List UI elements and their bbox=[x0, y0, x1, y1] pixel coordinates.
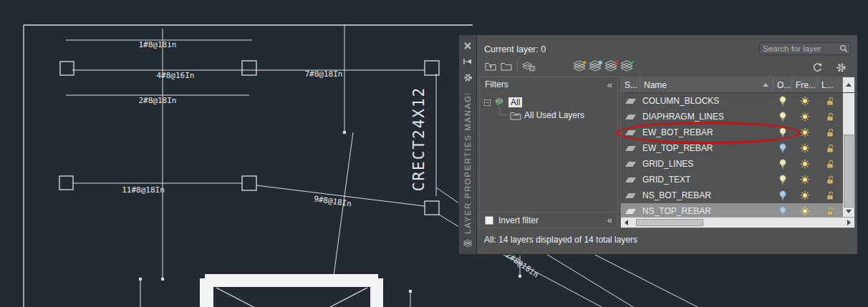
layer-row[interactable]: GRID_LINES bbox=[621, 156, 854, 172]
layer-row[interactable]: DIAPHRAGM_LINES bbox=[621, 109, 854, 125]
layer-row[interactable]: COLUMN_BLOCKS bbox=[621, 93, 854, 109]
layer-name[interactable]: NS_TOP_REBAR bbox=[640, 203, 773, 217]
layer-freeze-sun-icon[interactable] bbox=[792, 156, 818, 172]
layer-row[interactable]: EW_BOT_REBAR bbox=[621, 125, 854, 140]
layer-freeze-sun-icon[interactable] bbox=[792, 140, 818, 156]
layer-on-bulb-icon[interactable] bbox=[773, 125, 792, 140]
layer-lock-icon[interactable] bbox=[818, 93, 843, 109]
layer-name[interactable]: EW_TOP_REBAR bbox=[640, 140, 773, 156]
layer-row[interactable]: EW_TOP_REBAR bbox=[621, 140, 854, 156]
collapse-filters-icon[interactable]: « bbox=[607, 80, 612, 89]
layer-name[interactable]: GRID_LINES bbox=[640, 156, 773, 172]
palette-properties-gear-icon[interactable] bbox=[463, 72, 473, 82]
vertical-scrollbar-thumb[interactable] bbox=[844, 135, 854, 208]
layer-freeze-sun-icon[interactable] bbox=[792, 172, 818, 187]
layer-freeze-sun-icon[interactable] bbox=[792, 93, 818, 109]
filters-footer: Invert filter « bbox=[480, 212, 617, 228]
column-header-name[interactable]: Name bbox=[640, 77, 773, 92]
palette-title-strip: LAYER PROPERTIES MANAGER bbox=[459, 35, 477, 254]
autocad-viewport: 1#8@18in 4#8@16In 2#8@18In 7#8@18In 11#8… bbox=[0, 0, 868, 307]
new-property-filter-icon[interactable] bbox=[483, 59, 498, 72]
layer-lock-icon[interactable] bbox=[818, 109, 843, 125]
new-layer-icon[interactable] bbox=[572, 59, 588, 72]
column-header-lock[interactable]: L... bbox=[818, 77, 843, 92]
layer-lock-icon[interactable] bbox=[818, 172, 843, 187]
layer-search-input[interactable] bbox=[760, 44, 839, 53]
collapse-invert-icon[interactable]: « bbox=[607, 215, 612, 225]
layer-list-header: S... Name O... Fre... L... bbox=[621, 77, 854, 93]
rebar-label-7: 7#8@18In bbox=[305, 69, 343, 79]
filters-title: Filters bbox=[485, 79, 508, 89]
column-header-on[interactable]: O... bbox=[773, 77, 792, 92]
sort-ascending-icon bbox=[763, 83, 768, 87]
toolbar-separator bbox=[517, 61, 518, 71]
layer-freeze-sun-icon[interactable] bbox=[792, 203, 818, 217]
search-icon[interactable] bbox=[839, 44, 848, 53]
layer-name[interactable]: NS_BOT_REBAR bbox=[640, 187, 773, 203]
palette-title: LAYER PROPERTIES MANAGER bbox=[463, 94, 472, 234]
new-group-filter-icon[interactable] bbox=[498, 59, 514, 72]
layer-freeze-sun-icon[interactable] bbox=[792, 187, 818, 203]
rebar-label-1: 1#8@18in bbox=[139, 40, 177, 49]
filter-all-label[interactable]: All bbox=[508, 97, 522, 107]
filter-all-used-label[interactable]: All Used Layers bbox=[524, 110, 584, 120]
filter-tree: − All bbox=[480, 92, 617, 212]
layer-freeze-sun-icon[interactable] bbox=[792, 109, 818, 125]
layer-freeze-sun-icon[interactable] bbox=[792, 125, 818, 140]
filter-tree-item-all-used[interactable]: All Used Layers bbox=[497, 109, 584, 121]
layer-status-icon bbox=[621, 203, 640, 217]
layer-name[interactable]: GRID_TEXT bbox=[640, 172, 773, 187]
layer-status-icon bbox=[621, 156, 640, 172]
layer-on-bulb-icon[interactable] bbox=[773, 140, 792, 156]
layer-row[interactable]: NS_BOT_REBAR bbox=[621, 187, 854, 203]
current-layer-label: Current layer: 0 bbox=[484, 44, 546, 54]
layer-row[interactable]: GRID_TEXT bbox=[621, 172, 854, 187]
layer-list: S... Name O... Fre... L... COLUMN_BLOCKS bbox=[620, 77, 855, 228]
layer-status-icon bbox=[621, 172, 640, 187]
layer-status-icon bbox=[621, 93, 640, 109]
scroll-left-button[interactable] bbox=[621, 218, 632, 228]
column-header-freeze[interactable]: Fre... bbox=[792, 77, 818, 92]
layer-search-box[interactable] bbox=[759, 42, 851, 55]
layer-lock-icon[interactable] bbox=[818, 187, 843, 203]
layer-properties-manager-palette: LAYER PROPERTIES MANAGER Current layer: … bbox=[458, 34, 858, 255]
layer-lock-icon[interactable] bbox=[818, 125, 843, 140]
invert-filter-checkbox[interactable] bbox=[485, 216, 493, 225]
layer-on-bulb-icon[interactable] bbox=[773, 156, 792, 172]
layer-on-bulb-icon[interactable] bbox=[773, 203, 792, 217]
horizontal-scrollbar-thumb[interactable] bbox=[636, 219, 703, 226]
cad-footing-section bbox=[200, 274, 383, 307]
tree-collapse-box[interactable]: − bbox=[484, 99, 491, 106]
layer-on-bulb-icon[interactable] bbox=[773, 93, 792, 109]
layer-lock-icon[interactable] bbox=[818, 140, 843, 156]
layer-status-icon bbox=[621, 109, 640, 125]
invert-filter-label: Invert filter bbox=[498, 215, 539, 225]
layer-on-bulb-icon[interactable] bbox=[773, 172, 792, 187]
tree-connector bbox=[499, 107, 508, 115]
settings-gear-icon[interactable] bbox=[833, 61, 849, 74]
vertical-scrollbar[interactable] bbox=[843, 93, 854, 217]
layer-row[interactable]: NS_TOP_REBAR bbox=[621, 203, 854, 217]
scroll-up-button[interactable] bbox=[843, 77, 854, 92]
autohide-pin-icon[interactable] bbox=[463, 57, 473, 67]
layer-lock-icon[interactable] bbox=[818, 156, 843, 172]
layer-states-manager-icon[interactable] bbox=[521, 59, 536, 72]
horizontal-scrollbar[interactable] bbox=[621, 217, 854, 228]
rebar-label-11: 11#8@18In bbox=[122, 185, 165, 195]
palette-content: Current layer: 0 bbox=[477, 35, 857, 254]
layer-lock-icon[interactable] bbox=[818, 203, 843, 217]
delete-layer-icon[interactable] bbox=[604, 59, 619, 72]
used-layers-folder-icon bbox=[510, 111, 521, 120]
refresh-icon[interactable] bbox=[809, 61, 825, 74]
scroll-right-button[interactable] bbox=[844, 218, 854, 228]
layer-name[interactable]: DIAPHRAGM_LINES bbox=[640, 109, 773, 125]
new-frozen-layer-icon[interactable] bbox=[588, 59, 604, 72]
layer-on-bulb-icon[interactable] bbox=[773, 187, 792, 203]
close-icon[interactable] bbox=[463, 41, 473, 51]
layer-name[interactable]: COLUMN_BLOCKS bbox=[640, 93, 773, 109]
layer-name[interactable]: EW_BOT_REBAR bbox=[640, 125, 773, 140]
set-current-layer-icon[interactable] bbox=[619, 59, 635, 72]
scroll-down-button[interactable] bbox=[843, 206, 854, 217]
layer-on-bulb-icon[interactable] bbox=[773, 109, 792, 125]
column-header-status[interactable]: S... bbox=[621, 77, 640, 92]
